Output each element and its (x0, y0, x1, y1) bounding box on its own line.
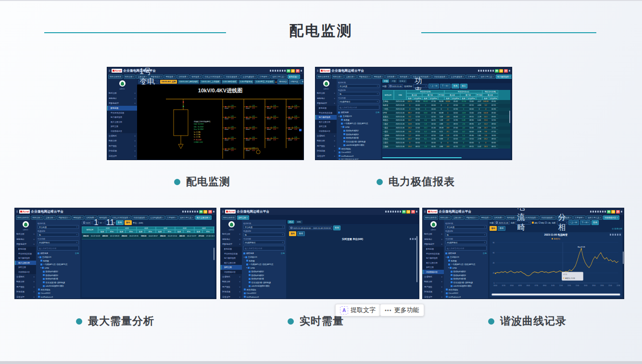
tree-search-input[interactable]: 输入关键字进行过滤 (338, 105, 379, 110)
nav-tab[interactable]: 能耗分析首页 (222, 215, 236, 220)
tree-node[interactable]: ▾DPM (243, 266, 285, 270)
alarm-badge[interactable]: 86 (607, 210, 611, 213)
fullscreen-icon[interactable] (395, 211, 397, 213)
alarm-badge[interactable]: 86 (402, 210, 406, 213)
prev-day-button[interactable]: ‹ 上一日 (568, 220, 579, 225)
search-icon[interactable] (478, 70, 480, 72)
station-select[interactable]: 1号变电站∨ (138, 80, 159, 84)
tree-node[interactable]: Circuit3322 (38, 291, 79, 295)
sidebar-item-能耗分析[interactable]: 能耗分析∨ (423, 232, 444, 237)
sidebar-item-能效分析[interactable]: 能效分析∨ (107, 138, 137, 144)
checkbox-icon[interactable] (40, 260, 42, 262)
nav-tab[interactable]: 巡检工单汇总 × (178, 215, 194, 220)
sidebar-item-用户报告[interactable]: 用户报告∨ (221, 284, 242, 289)
tree-node[interactable]: adw300监测和IO模块 (243, 284, 285, 288)
table-row[interactable]: 电表箱2023-11-06000:00000:000402:00-3.102:1… (382, 104, 510, 108)
sidebar-item-运维管理[interactable]: 运维管理∨ (315, 153, 337, 159)
tree-search-input[interactable]: 输入关键字进行过滤 (445, 246, 487, 251)
checkbox-icon[interactable] (339, 151, 340, 153)
checkbox-icon[interactable] (39, 256, 41, 258)
sidebar-subitem-配电监测[interactable]: 配电监测 (221, 247, 242, 251)
sidebar-subitem-最大需量分析[interactable]: 最大需量分析 (315, 120, 337, 125)
checkbox-icon[interactable] (451, 285, 453, 287)
sidebar-item-用能统计[interactable]: 用能统计∨ (221, 237, 242, 242)
diagram-tab[interactable]: 10kV0.4kV_总图 (160, 80, 177, 84)
fullscreen-icon[interactable] (619, 234, 621, 236)
sidebar-item-分项能耗[interactable]: 分项能耗∨ (15, 274, 36, 279)
message-icon[interactable] (490, 70, 492, 72)
sidebar-subitem-最大需量分析[interactable]: 最大需量分析 (423, 261, 444, 265)
tree-node[interactable]: ▾主进线123 (38, 255, 79, 259)
gear-icon[interactable] (480, 70, 482, 72)
nav-tab[interactable]: 工单管理 × (573, 215, 585, 220)
checkbox-icon[interactable] (339, 155, 340, 157)
sidebar-subitem-变压器状态监测[interactable]: 变压器状态监测 (221, 251, 242, 256)
nav-tab[interactable]: 电能报表 × (505, 215, 517, 220)
diagram-action-通讯状态[interactable]: 通讯状态 (277, 79, 288, 84)
sidebar-item-环境监测[interactable]: 环境监测∨ (15, 289, 36, 295)
sidebar-item-用户报告[interactable]: 用户报告∨ (315, 143, 337, 149)
alarm-badge[interactable]: 86 (287, 69, 290, 73)
nav-tab[interactable]: 能耗分析首页 (16, 215, 30, 220)
sidebar-item-能耗分析[interactable]: 能耗分析∨ (15, 232, 36, 237)
export-button[interactable]: 导出 (125, 220, 132, 225)
sidebar-subitem-变压器状态监测[interactable]: 变压器状态监测 (107, 111, 137, 115)
checkbox-icon[interactable] (43, 274, 45, 276)
tree-node[interactable]: 一号楼(APL)左~街区(APF)左 (445, 263, 487, 266)
nav-tab[interactable]: 谐波监测报表 × (540, 215, 555, 220)
checkbox-icon[interactable] (451, 281, 453, 283)
globe-icon[interactable] (483, 70, 485, 72)
tree-node[interactable]: 照明柜机械间3 (38, 274, 79, 277)
nav-tab[interactable]: 工单管理 × (165, 215, 177, 220)
tree-node[interactable]: 电表箱 (445, 259, 487, 263)
year-picker[interactable]: 2023 (82, 221, 91, 225)
table-row[interactable]: 三层左..2023-11-0620.708:108.102:358.88-402… (382, 138, 510, 141)
next-day-button[interactable]: 下一日 › (580, 220, 591, 225)
select-all-link[interactable]: 全选 (75, 252, 79, 254)
table-row[interactable]: 三层桥..2023-11-0619.408:151.800:354.88-8.8… (382, 145, 510, 149)
checkbox-icon[interactable] (249, 285, 251, 287)
refresh-icon[interactable] (617, 234, 619, 236)
nav-tab[interactable]: 谐波监测报表 × (432, 75, 448, 79)
table-row[interactable]: 一街区..2023-11-06400:30000:000002:30000:00… (382, 108, 510, 112)
tree-node[interactable]: testRadiance3 (38, 295, 79, 299)
sidebar-subitem-电力极值报表[interactable]: 电力极值报表 (221, 256, 242, 261)
org-select[interactable]: 平台机房∨ (338, 84, 379, 88)
line-icon[interactable] (610, 234, 612, 236)
sidebar-item-运维管理[interactable]: 运维管理∨ (221, 294, 242, 299)
sidebar-item-系统运行[interactable]: 系统运行∨ (315, 159, 337, 160)
screenshot-extreme-report[interactable]: ≡Acrel企业微电网运维云平台861235能耗分析首页能耗分析 ×需量分析 ×… (315, 67, 512, 160)
nav-tab[interactable]: 能耗分析首页 (424, 215, 438, 220)
tree-node[interactable]: 照明柜机械间2 (445, 270, 487, 274)
sidebar-item-分项能耗[interactable]: 分项能耗∨ (107, 133, 137, 138)
checkbox-icon[interactable] (339, 159, 340, 160)
sidebar-subitem-配电监测[interactable]: 配电监测 (15, 247, 36, 251)
vertical-scrollbar[interactable] (509, 111, 510, 123)
tree-node[interactable]: 生活水泵2楼~消防电源 (338, 140, 379, 144)
tree-node[interactable]: 一号楼(APL)左~街区(APF)左 (338, 122, 379, 126)
tree-node[interactable]: 照明柜机械间3 (338, 133, 379, 137)
sidebar-subitem-谐波曲线记录[interactable]: 谐波曲线记录 (423, 270, 444, 275)
nav-tab[interactable]: 分时电费 × (492, 215, 504, 220)
tree-caret-icon[interactable]: ▾ (38, 256, 39, 258)
tree-node[interactable]: Circuit3322 (243, 291, 285, 295)
checkbox-icon[interactable] (451, 274, 453, 276)
sidebar-item-能效分析[interactable]: 能效分析∨ (315, 138, 337, 144)
select-all-link[interactable]: 全选 (483, 252, 487, 254)
horizontal-scrollbar[interactable] (491, 293, 620, 296)
prev-day-button[interactable]: ‹ 上一日 (428, 84, 439, 88)
date-picker[interactable]: 2023-11-06 (388, 84, 403, 88)
message-icon[interactable] (282, 70, 284, 72)
tree-node[interactable]: 生活水泵2楼~消防电源 (445, 281, 487, 285)
tree-caret-icon[interactable]: ▾ (244, 256, 245, 258)
diagram-tab[interactable]: 0.4kV变票_中压母联 (254, 80, 274, 84)
checkbox-icon[interactable] (340, 115, 342, 117)
grid-icon[interactable] (284, 70, 286, 72)
tree-node[interactable]: 生活水泵2楼~消防电源 (243, 281, 285, 285)
checkbox-icon[interactable] (244, 296, 246, 298)
table-row[interactable]: 主进线1231021325044040...284.0001-22 10:034… (82, 233, 214, 239)
nav-tab[interactable]: 谐波监测报表 × (132, 215, 148, 220)
sidebar-item-运维管理[interactable]: 运维管理∨ (423, 294, 444, 299)
nav-tab[interactable]: 企业能源报表 × (241, 75, 257, 79)
sidebar-item-分项能耗[interactable]: 分项能耗∨ (315, 133, 337, 138)
